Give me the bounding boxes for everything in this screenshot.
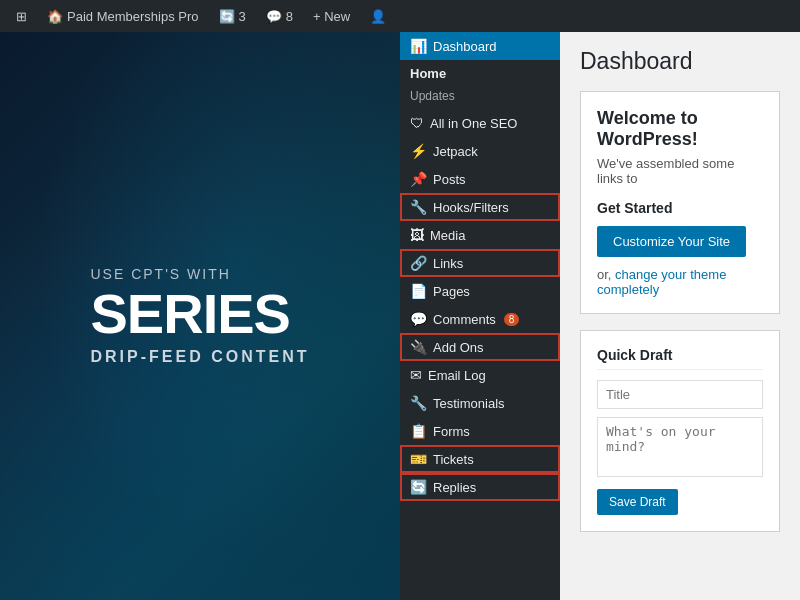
- profile-icon: 👤: [370, 9, 386, 24]
- links-label: Links: [433, 256, 463, 271]
- welcome-subtitle: We've assembled some links to: [597, 156, 763, 186]
- sidebar-item-tickets[interactable]: 🎫Tickets: [400, 445, 560, 473]
- quick-draft-box: Quick Draft Save Draft: [580, 330, 780, 532]
- save-draft-button[interactable]: Save Draft: [597, 489, 678, 515]
- replies-icon: 🔄: [410, 479, 427, 495]
- sidebar-item-replies[interactable]: 🔄Replies: [400, 473, 560, 501]
- hero-description: DRIP-FEED CONTENT: [91, 348, 310, 366]
- testimonials-icon: 🔧: [410, 395, 427, 411]
- email-log-label: Email Log: [428, 368, 486, 383]
- media-label: Media: [430, 228, 465, 243]
- get-started-label: Get Started: [597, 200, 763, 216]
- draft-content-input[interactable]: [597, 417, 763, 477]
- new-label: + New: [313, 9, 350, 24]
- draft-title-input[interactable]: [597, 380, 763, 409]
- posts-label: Posts: [433, 172, 466, 187]
- sidebar-item-media[interactable]: 🖼Media: [400, 221, 560, 249]
- tickets-label: Tickets: [433, 452, 474, 467]
- all-in-one-seo-label: All in One SEO: [430, 116, 517, 131]
- wp-logo[interactable]: ⊞: [8, 0, 35, 32]
- refresh-icon: 🔄: [219, 9, 235, 24]
- updates-count: 3: [239, 9, 246, 24]
- profile-bar[interactable]: 👤: [362, 0, 394, 32]
- welcome-title: Welcome to WordPress!: [597, 108, 763, 150]
- jetpack-label: Jetpack: [433, 144, 478, 159]
- tickets-icon: 🎫: [410, 451, 427, 467]
- pages-icon: 📄: [410, 283, 427, 299]
- site-name-label: Paid Memberships Pro: [67, 9, 199, 24]
- sidebar-item-email-log[interactable]: ✉Email Log: [400, 361, 560, 389]
- sidebar-item-jetpack[interactable]: ⚡Jetpack: [400, 137, 560, 165]
- forms-icon: 📋: [410, 423, 427, 439]
- posts-icon: 📌: [410, 171, 427, 187]
- dashboard-label: Dashboard: [433, 39, 497, 54]
- sidebar-item-forms[interactable]: 📋Forms: [400, 417, 560, 445]
- dashboard-icon: 📊: [410, 38, 427, 54]
- hero-subtitle: USE CPT'S WITH: [91, 266, 310, 282]
- sidebar-item-testimonials[interactable]: 🔧Testimonials: [400, 389, 560, 417]
- new-content-bar[interactable]: + New: [305, 0, 358, 32]
- comments-label: Comments: [433, 312, 496, 327]
- home-icon: 🏠: [47, 9, 63, 24]
- sidebar-items: 🛡All in One SEO⚡Jetpack📌Posts🔧Hooks/Filt…: [400, 109, 560, 501]
- welcome-box: Welcome to WordPress! We've assembled so…: [580, 91, 780, 314]
- add-ons-icon: 🔌: [410, 339, 427, 355]
- replies-label: Replies: [433, 480, 476, 495]
- comments-icon: 💬: [410, 311, 427, 327]
- email-log-icon: ✉: [410, 367, 422, 383]
- sidebar-item-posts[interactable]: 📌Posts: [400, 165, 560, 193]
- wp-icon: ⊞: [16, 9, 27, 24]
- sidebar-item-comments[interactable]: 💬Comments8: [400, 305, 560, 333]
- wp-sidebar: 📊 Dashboard Home Updates 🛡All in One SEO…: [400, 32, 560, 600]
- hero-image: USE CPT'S WITH SERIES DRIP-FEED CONTENT: [0, 32, 400, 600]
- comments-count: 8: [286, 9, 293, 24]
- hero-title: SERIES: [91, 286, 310, 342]
- hero-text-block: USE CPT'S WITH SERIES DRIP-FEED CONTENT: [71, 246, 330, 386]
- comments-badge: 8: [504, 313, 520, 326]
- forms-label: Forms: [433, 424, 470, 439]
- sidebar-item-hooks-filters[interactable]: 🔧Hooks/Filters: [400, 193, 560, 221]
- sidebar-home: Home: [400, 60, 560, 87]
- sidebar-updates: Updates: [400, 87, 560, 109]
- sidebar-item-all-in-one-seo[interactable]: 🛡All in One SEO: [400, 109, 560, 137]
- change-theme-text: or, change your theme completely: [597, 267, 763, 297]
- testimonials-label: Testimonials: [433, 396, 505, 411]
- quick-draft-title: Quick Draft: [597, 347, 763, 370]
- jetpack-icon: ⚡: [410, 143, 427, 159]
- sidebar-item-dashboard[interactable]: 📊 Dashboard: [400, 32, 560, 60]
- page-title: Dashboard: [580, 48, 780, 75]
- site-name-bar[interactable]: 🏠 Paid Memberships Pro: [39, 0, 207, 32]
- hooks-filters-label: Hooks/Filters: [433, 200, 509, 215]
- updates-bar[interactable]: 🔄 3: [211, 0, 254, 32]
- all-in-one-seo-icon: 🛡: [410, 115, 424, 131]
- media-icon: 🖼: [410, 227, 424, 243]
- comments-bar[interactable]: 💬 8: [258, 0, 301, 32]
- links-icon: 🔗: [410, 255, 427, 271]
- pages-label: Pages: [433, 284, 470, 299]
- dashboard-content: Dashboard Welcome to WordPress! We've as…: [560, 32, 800, 600]
- add-ons-label: Add Ons: [433, 340, 484, 355]
- sidebar-item-pages[interactable]: 📄Pages: [400, 277, 560, 305]
- change-theme-link[interactable]: change your theme completely: [597, 267, 726, 297]
- sidebar-item-links[interactable]: 🔗Links: [400, 249, 560, 277]
- admin-bar: ⊞ 🏠 Paid Memberships Pro 🔄 3 💬 8 + New 👤: [0, 0, 800, 32]
- customize-site-button[interactable]: Customize Your Site: [597, 226, 746, 257]
- main-layout: USE CPT'S WITH SERIES DRIP-FEED CONTENT …: [0, 32, 800, 600]
- hooks-filters-icon: 🔧: [410, 199, 427, 215]
- sidebar-item-add-ons[interactable]: 🔌Add Ons: [400, 333, 560, 361]
- comment-icon: 💬: [266, 9, 282, 24]
